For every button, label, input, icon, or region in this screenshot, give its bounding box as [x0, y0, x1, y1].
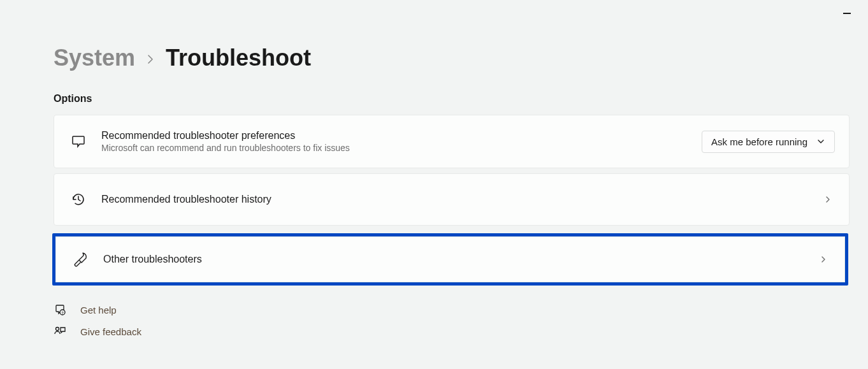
- chevron-right-icon: [147, 52, 154, 68]
- card-other-troubleshooters[interactable]: Other troubleshooters: [55, 236, 845, 282]
- breadcrumb: System Troubleshoot: [54, 45, 830, 71]
- history-icon: [68, 191, 89, 208]
- card-troubleshooter-history[interactable]: Recommended troubleshooter history: [54, 173, 850, 226]
- dropdown-value: Ask me before running: [711, 136, 807, 147]
- feedback-icon: [54, 325, 66, 338]
- wrench-icon: [70, 251, 90, 268]
- card-title: Recommended troubleshooter history: [101, 193, 823, 206]
- svg-text:?: ?: [61, 311, 64, 315]
- svg-point-2: [56, 328, 59, 331]
- chevron-right-icon: [819, 255, 830, 264]
- section-label-options: Options: [54, 93, 830, 105]
- chevron-right-icon: [823, 195, 835, 204]
- chevron-down-icon: [816, 137, 825, 146]
- link-give-feedback[interactable]: Give feedback: [54, 325, 830, 338]
- highlight-other-troubleshooters: Other troubleshooters: [52, 233, 848, 286]
- card-title: Other troubleshooters: [103, 253, 819, 266]
- card-troubleshooter-preferences[interactable]: Recommended troubleshooter preferences M…: [54, 115, 850, 168]
- chat-bubble-icon: [68, 134, 89, 149]
- card-title: Recommended troubleshooter preferences: [101, 129, 702, 143]
- link-label: Get help: [80, 305, 117, 315]
- breadcrumb-current: Troubleshoot: [166, 45, 311, 71]
- minimize-button[interactable]: [841, 8, 853, 19]
- preferences-dropdown[interactable]: Ask me before running: [702, 131, 835, 153]
- breadcrumb-parent[interactable]: System: [54, 45, 135, 71]
- help-icon: ?: [54, 303, 66, 316]
- link-get-help[interactable]: ? Get help: [54, 303, 830, 316]
- card-subtitle: Microsoft can recommend and run troubles…: [101, 142, 702, 154]
- link-label: Give feedback: [80, 326, 141, 337]
